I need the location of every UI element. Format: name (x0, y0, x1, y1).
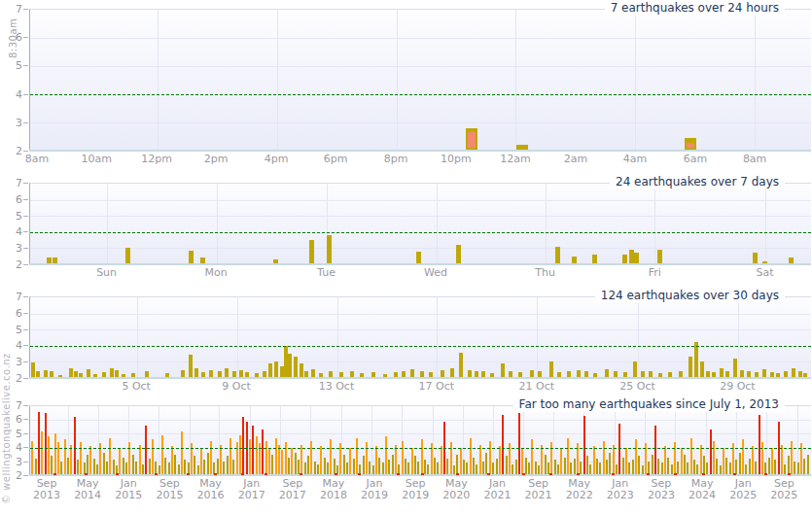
baseline-mark (487, 473, 490, 475)
gridline-vertical (635, 10, 636, 151)
y-tick-label: 7 (2, 292, 22, 302)
baseline-mark (702, 473, 705, 475)
earthquake-bar (580, 462, 582, 475)
baseline-mark (764, 473, 767, 475)
earthquake-bar (456, 455, 458, 475)
earthquake-bar (252, 426, 254, 475)
earthquake-bar (549, 361, 553, 378)
x-tick-label: Sep2015 (156, 478, 183, 501)
gridline-horizontal (30, 66, 811, 67)
y-tick-label: 4 (2, 340, 22, 351)
earthquake-bar (284, 346, 288, 378)
earthquake-bar (496, 459, 498, 475)
earthquake-bar (652, 455, 653, 475)
baseline-mark (577, 473, 580, 475)
earthquake-bar (622, 458, 624, 475)
x-tick-label: Wed (424, 267, 447, 279)
earthquake-bar (349, 448, 351, 475)
x-tick-label: Sep2025 (770, 478, 797, 501)
y-tick-mark (23, 122, 28, 123)
shallow-quake-overlay (687, 143, 694, 148)
x-tick-label: 6pm (324, 154, 348, 165)
earthquake-bar (181, 431, 183, 475)
earthquake-bar (742, 439, 744, 475)
baseline-mark (522, 473, 525, 475)
gridline-vertical (546, 184, 547, 264)
earthquake-bar (210, 441, 212, 476)
earthquake-bar (489, 441, 491, 476)
earthquake-bar (132, 455, 134, 475)
baseline-mark (85, 473, 88, 475)
gridline-vertical (765, 184, 766, 264)
y-tick-mark (23, 37, 28, 38)
y-tick-mark (23, 9, 28, 10)
y-tick-label: 6 (2, 414, 22, 425)
earthquake-bar (684, 455, 686, 475)
y-tick-label: 2 (2, 259, 22, 270)
earthquake-bar (217, 459, 219, 475)
chart-30-days: 7654325 Oct9 Oct13 Oct17 Oct21 Oct25 Oct… (29, 296, 811, 378)
earthquake-bar (531, 439, 533, 475)
earthquake-bar (89, 446, 91, 475)
earthquake-bar (574, 459, 576, 475)
earthquake-bar (249, 439, 251, 475)
earthquake-bar (794, 462, 795, 475)
earthquake-bar (768, 458, 770, 475)
earthquake-bar (281, 450, 283, 475)
alert-threshold-line (30, 94, 811, 95)
baseline-mark (335, 473, 337, 475)
gridline-vertical (738, 297, 739, 378)
earthquake-bar (164, 458, 166, 475)
x-tick-label: Jan2021 (483, 478, 511, 501)
y-tick-mark (23, 462, 28, 463)
earthquake-bar (67, 458, 69, 475)
earthquake-bar (119, 448, 121, 475)
x-axis-line (29, 377, 811, 379)
y-tick-label: 3 (2, 243, 22, 254)
x-tick-label-line: 2025 (729, 490, 757, 501)
earthquake-bar (541, 445, 543, 475)
x-tick-label: 12am (500, 154, 530, 165)
earthquake-bar (189, 251, 194, 264)
earthquake-bar (388, 460, 390, 475)
earthquake-bar (135, 462, 137, 475)
earthquake-bar (227, 456, 229, 475)
chart-title: 124 earthquakes over 30 days (595, 289, 785, 303)
earthquake-bar (535, 462, 537, 475)
plot-area (29, 296, 811, 378)
earthquake-bar (456, 245, 461, 264)
earthquake-bar (635, 439, 637, 475)
y-tick-label: 3 (2, 357, 22, 367)
x-tick-label: 8pm (384, 154, 408, 165)
y-tick-label: 3 (2, 118, 22, 128)
x-tick-label: May2022 (566, 478, 593, 501)
baseline-mark (674, 473, 677, 475)
earthquake-bar (171, 446, 173, 475)
earthquake-bar (791, 441, 793, 476)
y-tick-mark (23, 345, 28, 346)
earthquake-bar (87, 455, 88, 475)
earthquake-bar (473, 458, 475, 475)
earthquake-bar (482, 462, 484, 475)
baseline-mark (733, 473, 736, 475)
y-tick-mark (23, 433, 28, 434)
earthquake-bar (113, 460, 115, 475)
earthquake-bar (739, 453, 741, 475)
y-tick-mark (23, 419, 28, 420)
earthquake-bar (414, 456, 416, 475)
earthquake-bar (609, 453, 611, 475)
y-tick-mark (23, 378, 28, 379)
plot-area (29, 9, 811, 151)
gridline-vertical (237, 297, 238, 378)
gridline-vertical (217, 184, 218, 264)
earthquake-bar (294, 357, 298, 378)
y-tick-label: 4 (2, 89, 22, 100)
earthquake-bar (613, 445, 615, 475)
chart-title: Far too many earthquakes since July 1, 2… (513, 397, 785, 412)
earthquake-bar (586, 456, 588, 475)
x-tick-label-line: 2015 (115, 490, 142, 501)
x-tick-label: 10am (81, 154, 111, 165)
earthquake-bar (654, 426, 656, 475)
earthquake-bar (664, 446, 666, 475)
earthquake-bar (803, 459, 805, 475)
